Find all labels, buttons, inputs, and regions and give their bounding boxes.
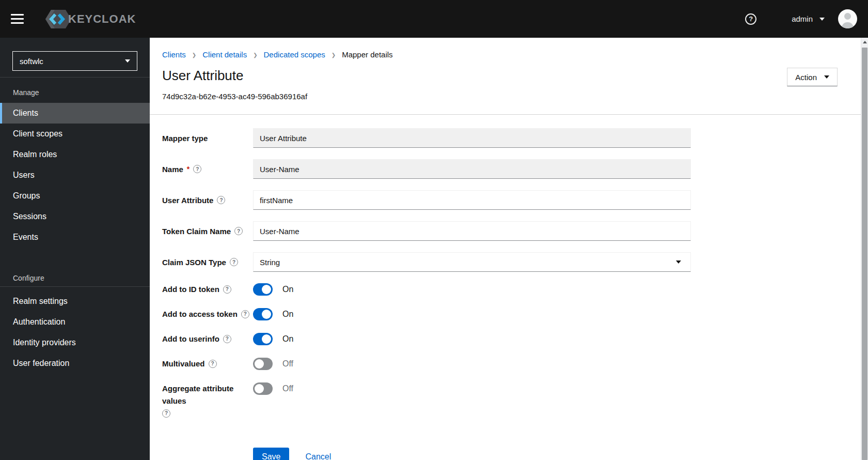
mapper-type-input bbox=[253, 128, 691, 148]
sidebar-item-authentication[interactable]: Authentication bbox=[0, 312, 150, 332]
mapper-type-label: Mapper type bbox=[162, 134, 208, 143]
toggle-row-aggregate-attribute-values: Aggregate attribute values Off bbox=[162, 382, 861, 418]
action-caret-icon bbox=[824, 75, 829, 79]
add-to-access-token-toggle[interactable] bbox=[253, 308, 273, 320]
mapper-form: Mapper type Name * bbox=[162, 128, 861, 460]
aggregate-attribute-values-label: Aggregate attribute values bbox=[162, 382, 253, 407]
breadcrumb-separator-icon: ❯ bbox=[192, 51, 196, 58]
user-attribute-help-icon[interactable] bbox=[217, 196, 225, 204]
add-to-access-token-label: Add to access token bbox=[162, 308, 238, 320]
select-caret-icon bbox=[676, 260, 681, 264]
toggle-row-multivalued: Multivalued Off bbox=[162, 358, 861, 370]
user-menu-caret-icon[interactable] bbox=[819, 18, 825, 21]
sidebar-item-realm-settings[interactable]: Realm settings bbox=[0, 291, 150, 312]
masthead-right: ? admin bbox=[745, 9, 857, 28]
toggle-row-add-to-id-token: Add to ID token On bbox=[162, 283, 861, 296]
sidebar-item-user-federation[interactable]: User federation bbox=[0, 353, 150, 374]
cancel-link[interactable]: Cancel bbox=[305, 452, 331, 460]
main-content: Clients ❯ Client details ❯ Dedicated sco… bbox=[150, 38, 861, 460]
breadcrumb-clients[interactable]: Clients bbox=[162, 50, 186, 59]
sidebar-item-groups[interactable]: Groups bbox=[0, 186, 150, 206]
required-asterisk: * bbox=[187, 165, 190, 173]
save-button[interactable]: Save bbox=[253, 448, 289, 460]
token-claim-name-input[interactable] bbox=[253, 221, 691, 241]
breadcrumb-client-details[interactable]: Client details bbox=[202, 50, 247, 59]
add-to-id-token-state: On bbox=[282, 283, 293, 296]
sidebar-item-realm-roles[interactable]: Realm roles bbox=[0, 144, 150, 165]
breadcrumb: Clients ❯ Client details ❯ Dedicated sco… bbox=[162, 50, 861, 59]
add-to-access-token-state: On bbox=[282, 308, 293, 320]
sidebar-item-identity-providers[interactable]: Identity providers bbox=[0, 332, 150, 353]
user-attribute-label: User Attribute bbox=[162, 196, 213, 205]
scroll-up-icon bbox=[863, 41, 867, 43]
realm-selector[interactable]: softwlc bbox=[12, 51, 137, 71]
sidebar-divider bbox=[0, 286, 150, 287]
breadcrumb-mapper-details: Mapper details bbox=[342, 50, 392, 59]
add-to-userinfo-state: On bbox=[282, 333, 293, 345]
user-attribute-input[interactable] bbox=[253, 190, 691, 210]
toggle-row-add-to-userinfo: Add to userinfo On bbox=[162, 333, 861, 345]
sidebar-item-client-scopes[interactable]: Client scopes bbox=[0, 124, 150, 144]
form-row-token-claim-name: Token Claim Name bbox=[162, 221, 861, 241]
form-row-name: Name * bbox=[162, 159, 861, 179]
add-to-id-token-label: Add to ID token bbox=[162, 283, 219, 296]
keycloak-logo[interactable]: KEYCLOAK bbox=[38, 8, 136, 30]
mapper-id: 74d9c32a-b62e-4953-ac49-596ab36916af bbox=[162, 92, 861, 101]
claim-json-type-select[interactable]: String bbox=[253, 252, 691, 272]
form-row-user-attribute: User Attribute bbox=[162, 190, 861, 210]
multivalued-toggle[interactable] bbox=[253, 358, 273, 370]
multivalued-state: Off bbox=[282, 358, 293, 370]
action-dropdown-label: Action bbox=[795, 73, 817, 82]
help-icon[interactable]: ? bbox=[745, 13, 756, 25]
add-to-id-token-help-icon[interactable] bbox=[223, 285, 231, 294]
keycloak-admin-console: KEYCLOAK ? admin softwlc Manage Clients … bbox=[0, 0, 868, 460]
token-claim-name-label: Token Claim Name bbox=[162, 227, 231, 236]
sidebar-section-configure: Configure bbox=[0, 263, 150, 286]
name-help-icon[interactable] bbox=[193, 165, 201, 173]
page-title: User Attribute bbox=[162, 68, 244, 84]
aggregate-attribute-values-help-icon[interactable] bbox=[162, 409, 170, 418]
hamburger-menu-icon[interactable] bbox=[11, 14, 24, 24]
action-dropdown-button[interactable]: Action bbox=[787, 68, 838, 86]
breadcrumb-separator-icon: ❯ bbox=[332, 51, 336, 58]
add-to-access-token-help-icon[interactable] bbox=[241, 310, 249, 318]
form-row-mapper-type: Mapper type bbox=[162, 128, 861, 148]
claim-json-type-label: Claim JSON Type bbox=[162, 258, 226, 267]
avatar[interactable] bbox=[838, 9, 857, 28]
breadcrumb-separator-icon: ❯ bbox=[253, 51, 257, 58]
form-row-claim-json-type: Claim JSON Type String bbox=[162, 252, 861, 272]
sidebar-section-manage: Manage bbox=[0, 78, 150, 103]
realm-selector-caret-icon bbox=[125, 59, 130, 63]
claim-json-type-value: String bbox=[260, 258, 280, 267]
token-claim-name-help-icon[interactable] bbox=[234, 227, 243, 235]
masthead: KEYCLOAK ? admin bbox=[0, 0, 868, 38]
multivalued-help-icon[interactable] bbox=[209, 360, 217, 368]
user-menu-label[interactable]: admin bbox=[792, 14, 813, 23]
add-to-userinfo-help-icon[interactable] bbox=[223, 335, 231, 343]
scrollbar-up-button[interactable] bbox=[861, 38, 868, 47]
scrollbar-thumb[interactable] bbox=[862, 48, 867, 460]
sidebar: softwlc Manage Clients Client scopes Rea… bbox=[0, 38, 150, 460]
aggregate-attribute-values-toggle[interactable] bbox=[253, 382, 273, 395]
sidebar-item-users[interactable]: Users bbox=[0, 165, 150, 186]
sidebar-item-events[interactable]: Events bbox=[0, 227, 150, 248]
sidebar-item-clients[interactable]: Clients bbox=[0, 103, 150, 124]
aggregate-attribute-values-state: Off bbox=[282, 382, 293, 395]
sidebar-item-sessions[interactable]: Sessions bbox=[0, 206, 150, 227]
vertical-scrollbar[interactable] bbox=[861, 38, 868, 460]
multivalued-label: Multivalued bbox=[162, 358, 205, 370]
add-to-userinfo-toggle[interactable] bbox=[253, 333, 273, 345]
claim-json-type-help-icon[interactable] bbox=[230, 258, 238, 266]
section-divider bbox=[150, 114, 861, 115]
form-actions: Save Cancel bbox=[253, 448, 861, 460]
add-to-userinfo-label: Add to userinfo bbox=[162, 333, 219, 345]
name-input bbox=[253, 159, 691, 179]
toggle-row-add-to-access-token: Add to access token On bbox=[162, 308, 861, 320]
name-label: Name bbox=[162, 165, 183, 174]
keycloak-hexagon-icon bbox=[38, 8, 72, 30]
realm-selector-value: softwlc bbox=[20, 57, 43, 66]
breadcrumb-dedicated-scopes[interactable]: Dedicated scopes bbox=[264, 50, 325, 59]
brand-text: KEYCLOAK bbox=[68, 12, 136, 26]
add-to-id-token-toggle[interactable] bbox=[253, 283, 273, 296]
